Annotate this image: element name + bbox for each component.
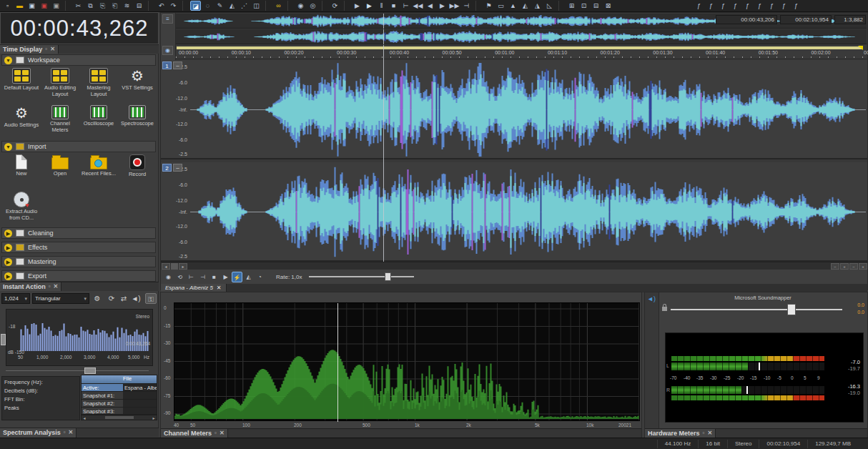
- close-icon[interactable]: ✕: [707, 430, 712, 437]
- tab-time-display[interactable]: Time Display ▫ ✕: [0, 45, 59, 54]
- scroll-left-icon[interactable]: ◂: [82, 415, 87, 420]
- channel-2-tag[interactable]: 2: [162, 164, 172, 172]
- workspace-section-header[interactable]: ▼ Workspace: [1, 54, 156, 66]
- lock-icon[interactable]: ⚿: [145, 293, 157, 304]
- workspace-item-channel-meters[interactable]: Channel Meters: [41, 105, 79, 142]
- import-section-header[interactable]: ▼ Import: [1, 141, 156, 152]
- zoom-out-time-icon[interactable]: −: [831, 263, 839, 270]
- go-to-start-icon[interactable]: ⊢: [400, 1, 411, 11]
- channel-1-tag[interactable]: 1: [162, 61, 172, 69]
- play-icon[interactable]: ▶: [364, 1, 375, 11]
- slider-handle[interactable]: [84, 367, 96, 374]
- drop-region-icon[interactable]: ▭: [495, 1, 506, 11]
- script-7-icon[interactable]: ƒ: [766, 1, 777, 11]
- editor-h-scrollbar[interactable]: ◂ ▸ − + − +: [161, 262, 867, 270]
- fast-forward-icon[interactable]: ▶▶: [449, 1, 460, 11]
- step-back-icon[interactable]: ◀: [425, 1, 435, 11]
- scroll-thumb[interactable]: [171, 263, 178, 270]
- snap-enable-icon[interactable]: ⊞: [566, 1, 577, 11]
- script-6-icon[interactable]: ƒ: [754, 1, 765, 11]
- scroll-right-icon[interactable]: ▸: [151, 415, 157, 420]
- loop-playback-icon[interactable]: ⟲: [174, 272, 185, 282]
- loop-playback-icon[interactable]: ∞: [273, 1, 284, 11]
- drop-marker-icon[interactable]: ⚑: [483, 1, 494, 11]
- rate-slider[interactable]: [309, 272, 414, 282]
- table-row-snapshot3[interactable]: Snapshot #3:: [82, 407, 157, 415]
- spectrum-v-slider[interactable]: [1, 334, 6, 345]
- slider-handle[interactable]: [787, 304, 796, 315]
- import-item-recent-files[interactable]: Recent Files...: [80, 154, 117, 192]
- scroll-right-icon[interactable]: ▸: [179, 263, 187, 270]
- script-8-icon[interactable]: ƒ: [779, 1, 789, 11]
- import-item-open[interactable]: Open: [41, 154, 79, 192]
- go-to-end-icon[interactable]: ⊣: [461, 1, 472, 11]
- workspace-item-oscilloscope[interactable]: Oscilloscope: [80, 105, 117, 142]
- workspace-item-audio-settings[interactable]: ⚙ Audio Settings: [3, 105, 40, 142]
- workspace-item-spectroscope[interactable]: Spectroscope: [119, 105, 156, 142]
- rewind-icon[interactable]: ◀◀: [413, 1, 423, 11]
- slider-handle[interactable]: [385, 272, 391, 281]
- selection-snap-icon[interactable]: ◺: [544, 1, 555, 11]
- expand-icon[interactable]: ▶: [4, 272, 12, 280]
- new-file-icon[interactable]: ▫: [2, 1, 13, 11]
- selection-left-icon[interactable]: ◭: [520, 1, 531, 11]
- pause-icon[interactable]: ‖: [376, 1, 387, 11]
- workspace-item-audio-editing-layout[interactable]: Audio Editing Layout: [41, 68, 79, 105]
- magnify-tool-icon[interactable]: ◌: [202, 1, 213, 11]
- script-4-icon[interactable]: ƒ: [730, 1, 741, 11]
- close-icon[interactable]: ✕: [50, 46, 55, 53]
- channel-2[interactable]: -2.5-6.0-12.0-Inf.-12.0-6.0-2.5 2 ‒: [161, 162, 867, 262]
- paste-special-icon[interactable]: ⎗: [109, 1, 120, 11]
- expand-icon[interactable]: ▶: [4, 230, 12, 237]
- tab-instant-action[interactable]: Instant Action ▫ ✕: [0, 282, 61, 292]
- workspace-item-vst-settings[interactable]: ⚙ VST Settings: [119, 68, 156, 105]
- import-item-record[interactable]: Record: [119, 154, 156, 192]
- copy-icon[interactable]: ⧉: [85, 1, 96, 11]
- tab-spectrum-analysis[interactable]: Spectrum Analysis ▫ ✕: [0, 428, 77, 438]
- channel-minimize-icon[interactable]: ‒: [173, 164, 182, 172]
- script-5-icon[interactable]: ƒ: [742, 1, 753, 11]
- redo-icon[interactable]: ↷: [168, 1, 179, 11]
- play-all-icon[interactable]: ▶: [352, 1, 363, 11]
- snap-marker-icon[interactable]: ⊡: [578, 1, 589, 11]
- pane-options-icon[interactable]: ▫: [49, 283, 51, 290]
- table-row-active[interactable]: Active: Espana - Albeniz: [82, 383, 157, 391]
- script-2-icon[interactable]: ƒ: [706, 1, 716, 11]
- settings-gear-icon[interactable]: ⚙: [92, 293, 103, 304]
- tab-channel-meters[interactable]: Channel Meters ▫ ✕: [161, 429, 228, 438]
- import-item-new[interactable]: New: [3, 154, 40, 192]
- workspace-item-mastering-layout[interactable]: Mastering Layout: [80, 68, 117, 105]
- selection-grow-icon[interactable]: ▲: [508, 1, 518, 11]
- refresh-icon[interactable]: ⟳: [330, 1, 340, 11]
- collapse-icon[interactable]: ▼: [4, 143, 12, 151]
- time-ruler[interactable]: 00:00:0000:00:1000:00:2000:00:3000:00:40…: [176, 45, 867, 59]
- zoom-in-level-icon[interactable]: +: [859, 263, 867, 270]
- speaker-icon[interactable]: ◄): [647, 295, 656, 302]
- channel-1[interactable]: -2.5-6.0-12.0-Inf.-12.0-6.0-2.5 1 ‒: [161, 60, 867, 159]
- play-plugin-icon[interactable]: ⚡: [232, 272, 242, 282]
- event-tool-icon[interactable]: ◭: [227, 1, 237, 11]
- pane-options-icon[interactable]: ▫: [214, 430, 217, 437]
- save-as-icon[interactable]: ▣: [39, 1, 49, 11]
- edit-tool-icon[interactable]: ◪: [190, 1, 201, 11]
- table-h-scrollbar[interactable]: ◂ ▸: [81, 415, 157, 420]
- scroll-left-icon[interactable]: ◂: [162, 263, 170, 270]
- snap-magnet-icon[interactable]: ◉: [162, 46, 173, 55]
- scroll-thumb[interactable]: [105, 416, 134, 419]
- pencil-tool-icon[interactable]: ✎: [214, 1, 225, 11]
- open-folder-icon[interactable]: ▬: [14, 1, 25, 11]
- plugin-chain-icon[interactable]: ◉: [295, 1, 306, 11]
- tab-hardware-meters[interactable]: Hardware Meters ▫ ✕: [645, 429, 716, 438]
- close-icon[interactable]: ✕: [220, 430, 225, 437]
- script-9-icon[interactable]: ƒ: [791, 1, 802, 11]
- stop-icon[interactable]: ■: [388, 1, 399, 11]
- loop-region-bar[interactable]: [177, 46, 863, 49]
- refresh-icon[interactable]: ⟳: [106, 293, 117, 304]
- expand-icon[interactable]: ▶: [4, 258, 12, 266]
- pane-options-icon[interactable]: ▫: [64, 429, 66, 436]
- go-to-end-icon[interactable]: ⊣: [197, 272, 208, 282]
- scrub-icon[interactable]: ◔: [255, 272, 265, 282]
- channel-minimize-icon[interactable]: ‒: [173, 61, 182, 69]
- close-icon[interactable]: ✕: [69, 429, 74, 436]
- undo-icon[interactable]: ↶: [156, 1, 167, 11]
